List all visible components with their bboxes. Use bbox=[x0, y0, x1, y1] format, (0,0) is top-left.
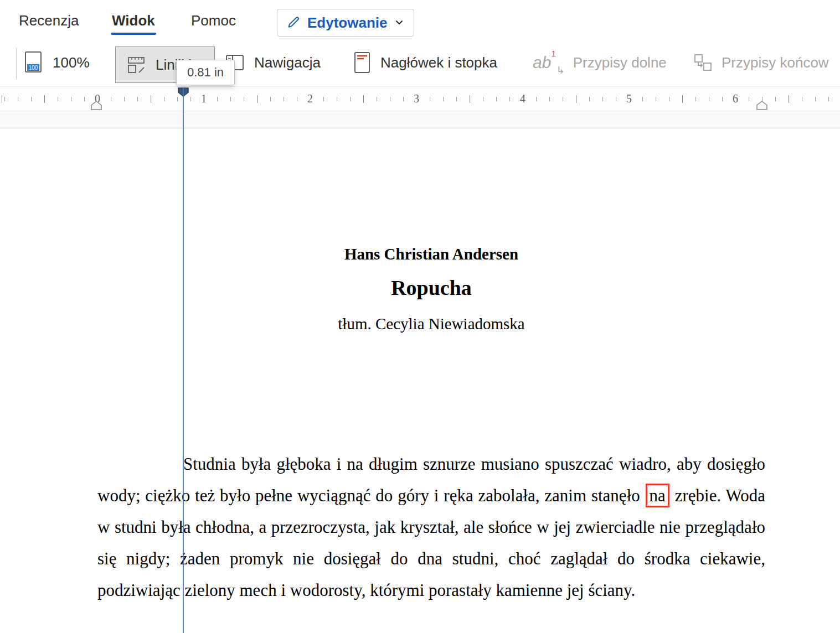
header-footer-icon bbox=[353, 51, 371, 74]
endnotes-button: Przypisy końcow bbox=[693, 43, 829, 82]
doc-translator[interactable]: tłum. Cecylia Niewiadomska bbox=[97, 314, 765, 333]
tooltip-value: 0.81 in bbox=[187, 65, 224, 80]
tab-pomoc-label: Pomoc bbox=[191, 12, 236, 29]
doc-paragraph[interactable]: Studnia była głęboka i na długim sznurze… bbox=[97, 448, 765, 606]
ruler-number: 2 bbox=[305, 93, 316, 104]
ribbon-divider bbox=[16, 48, 17, 79]
endnotes-label: Przypisy końcow bbox=[722, 54, 829, 71]
tab-pomoc[interactable]: Pomoc bbox=[191, 12, 236, 29]
document-page[interactable]: Hans Christian Andersen Ropucha tłum. Ce… bbox=[0, 128, 840, 633]
doc-title[interactable]: Ropucha bbox=[97, 276, 765, 300]
zoom-100-icon: 100 bbox=[23, 51, 43, 74]
navigation-label: Nawigacja bbox=[254, 54, 321, 71]
ruler-number: 5 bbox=[623, 93, 635, 104]
ribbon-tabs-row: Recenzja Widok Pomoc Edytowanie bbox=[0, 0, 840, 39]
horizontal-ruler[interactable]: 0 1 2 3 4 5 6 bbox=[0, 87, 840, 111]
footnote-icon-ab: ab bbox=[533, 53, 551, 71]
ruler-number: 4 bbox=[517, 93, 528, 104]
navigation-button[interactable]: Nawigacja bbox=[225, 43, 321, 82]
ruler-icon bbox=[127, 55, 146, 74]
first-line-indent-marker[interactable] bbox=[177, 87, 189, 97]
editing-mode-button[interactable]: Edytowanie bbox=[277, 9, 414, 37]
pencil-icon bbox=[286, 15, 301, 30]
doc-author[interactable]: Hans Christian Andersen bbox=[97, 128, 765, 263]
tab-recenzja[interactable]: Recenzja bbox=[19, 12, 79, 29]
zoom-button[interactable]: 100 100% bbox=[23, 43, 90, 82]
right-indent-marker[interactable] bbox=[756, 100, 768, 110]
ruler-number: 1 bbox=[198, 93, 209, 104]
highlighted-word[interactable]: na bbox=[646, 484, 669, 507]
word-app: Recenzja Widok Pomoc Edytowanie 100 bbox=[0, 0, 840, 633]
footnote-arrow-icon: ↳ bbox=[556, 65, 565, 75]
svg-text:100: 100 bbox=[29, 65, 38, 71]
page-gap bbox=[0, 111, 840, 128]
editing-mode-label: Edytowanie bbox=[307, 14, 387, 32]
document-content: Hans Christian Andersen Ropucha tłum. Ce… bbox=[97, 128, 765, 606]
endnote-icon bbox=[693, 53, 712, 72]
ribbon-toolbar: 100 100% Linijki Nawigacja bbox=[0, 39, 840, 87]
left-indent-marker[interactable] bbox=[90, 100, 102, 110]
indent-position-tooltip: 0.81 in bbox=[176, 60, 235, 85]
zoom-label: 100% bbox=[53, 54, 90, 71]
ruler-number: 6 bbox=[730, 93, 741, 104]
footnote-icon: ab1↳ bbox=[533, 54, 564, 71]
tab-widok-label: Widok bbox=[112, 12, 155, 29]
header-footer-button[interactable]: Nagłówek i stopka bbox=[353, 43, 497, 82]
tab-widok[interactable]: Widok bbox=[112, 12, 155, 29]
header-footer-label: Nagłówek i stopka bbox=[380, 54, 497, 71]
footnotes-label: Przypisy dolne bbox=[573, 54, 667, 71]
chevron-down-icon bbox=[394, 17, 405, 28]
footnotes-button: ab1↳ Przypisy dolne bbox=[533, 43, 667, 82]
footnote-icon-sup: 1 bbox=[551, 49, 555, 58]
ruler-number: 3 bbox=[411, 93, 422, 104]
tab-recenzja-label: Recenzja bbox=[19, 12, 79, 29]
